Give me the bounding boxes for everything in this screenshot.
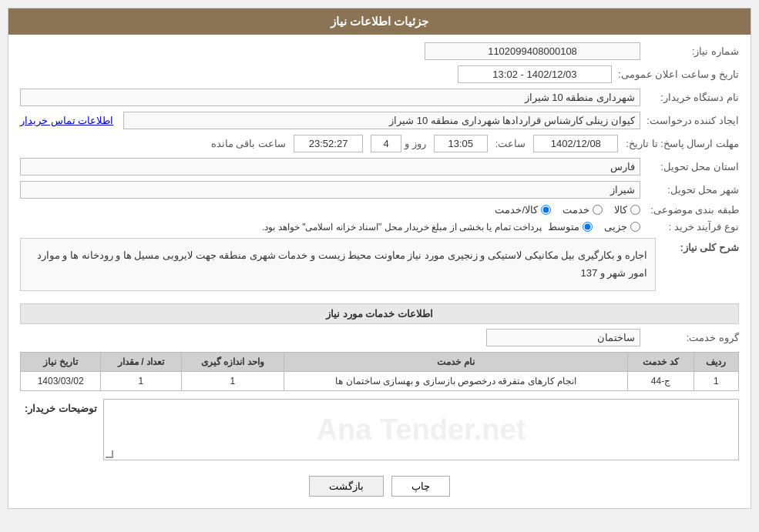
announce-value: 1402/12/03 - 13:02 — [458, 65, 612, 83]
col-unit: واحد اندازه گیری — [181, 352, 284, 371]
deadline-days: 4 — [371, 135, 401, 152]
purchase-type-radio-group: جزیی متوسط — [548, 221, 640, 233]
city-value: شیراز — [20, 181, 640, 199]
purchase-type-motawaset-label: متوسط — [548, 221, 579, 233]
deadline-time-label: ساعت: — [495, 138, 526, 149]
purchase-type-jozi[interactable]: جزیی — [604, 221, 640, 233]
cell-row-num: 1 — [694, 371, 738, 390]
col-date: تاریخ نیاز — [21, 352, 101, 371]
col-row-num: ردیف — [694, 352, 738, 371]
purchase-type-motawaset[interactable]: متوسط — [548, 221, 593, 233]
need-description-label: شرح کلی نیاز: — [662, 238, 739, 253]
cell-service-code: ج-44 — [628, 371, 694, 390]
creator-value: کیوان زینلی کارشناس قراردادها شهرداری من… — [123, 112, 640, 129]
province-value: فارس — [20, 158, 640, 176]
page-title: جزئیات اطلاعات نیاز — [8, 8, 751, 35]
creator-label: ایجاد کننده درخواست: — [646, 115, 739, 126]
back-button[interactable]: بازگشت — [309, 476, 384, 497]
watermark: Ana Tender.net — [317, 413, 526, 446]
deadline-label: مهلت ارسال پاسخ: تا تاریخ: — [626, 138, 739, 149]
col-service-code: کد خدمت — [628, 352, 694, 371]
category-khedmat-label: خدمت — [563, 204, 589, 216]
city-label: شهر محل تحویل: — [646, 184, 739, 196]
category-kala-label: کالا — [614, 204, 627, 216]
cell-date: 1403/03/02 — [21, 371, 101, 390]
comments-box[interactable]: Ana Tender.net — [103, 399, 739, 460]
service-group-value: ساختمان — [486, 329, 640, 346]
table-row: 1 ج-44 انجام کارهای متفرقه درخصوص بازساز… — [21, 371, 739, 390]
deadline-remaining-label: ساعت باقی مانده — [211, 138, 286, 149]
print-button[interactable]: چاپ — [391, 476, 450, 497]
need-number-value: 1102099408000108 — [425, 42, 640, 60]
announce-label: تاریخ و ساعت اعلان عمومی: — [618, 69, 739, 80]
deadline-remaining: 23:52:27 — [294, 135, 363, 152]
category-khedmat-input[interactable] — [593, 205, 603, 215]
services-section-title: اطلاعات خدمات مورد نیاز — [20, 303, 739, 324]
category-radio-group: کالا خدمت کالا/خدمت — [495, 204, 640, 216]
service-group-label: گروه خدمت: — [646, 332, 739, 343]
buyer-org-value: شهرداری منطقه 10 شیراز — [20, 89, 640, 106]
category-radio-both[interactable]: کالا/خدمت — [495, 204, 551, 216]
col-quantity: تعداد / مقدار — [101, 352, 181, 371]
cell-quantity: 1 — [101, 371, 181, 390]
category-both-label: کالا/خدمت — [495, 204, 538, 216]
purchase-type-jozi-input[interactable] — [630, 222, 640, 232]
comments-label: توضیحات خریدار: — [20, 399, 97, 414]
buyer-org-label: نام دستگاه خریدار: — [646, 92, 739, 103]
category-label: طبقه بندی موضوعی: — [646, 204, 739, 216]
need-number-label: شماره نیاز: — [646, 45, 739, 57]
need-description-text: اجاره و بکارگیری بیل مکانیکی لاستیکی و ز… — [20, 238, 656, 291]
col-service-name: نام خدمت — [284, 352, 628, 371]
deadline-time: 13:05 — [434, 135, 488, 152]
deadline-date: 1402/12/08 — [533, 135, 618, 152]
services-table: ردیف کد خدمت نام خدمت واحد اندازه گیری ت… — [20, 352, 739, 391]
resize-handle[interactable] — [106, 450, 113, 458]
province-label: استان محل تحویل: — [646, 161, 739, 172]
category-radio-khedmat[interactable]: خدمت — [563, 204, 603, 216]
purchase-type-label: نوع فرآیند خرید : — [646, 221, 739, 233]
deadline-days-label: روز و — [405, 138, 426, 149]
category-radio-kala[interactable]: کالا — [614, 204, 640, 216]
cell-service-name: انجام کارهای متفرقه درخصوص بازسازی و بهس… — [284, 371, 628, 390]
category-kala-input[interactable] — [630, 205, 640, 215]
category-both-input[interactable] — [541, 205, 551, 215]
cell-unit: 1 — [181, 371, 284, 390]
creator-contact-link[interactable]: اطلاعات تماس خریدار — [20, 115, 113, 126]
purchase-type-motawaset-input[interactable] — [583, 222, 593, 232]
purchase-type-jozi-label: جزیی — [604, 221, 627, 233]
purchase-type-note: پرداخت تمام یا بخشی از مبلغ خریدار محل "… — [20, 222, 542, 233]
